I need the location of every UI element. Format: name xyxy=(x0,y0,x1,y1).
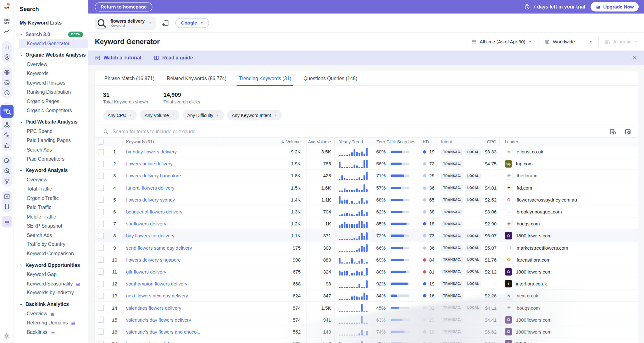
return-homepage-button[interactable]: Return to homepage xyxy=(95,2,153,11)
row-checkbox[interactable] xyxy=(97,245,104,251)
keyword-link[interactable]: flowers and wine delivery xyxy=(126,341,179,343)
sidebar-item-keywords-by-industry[interactable]: Keywords by Industry xyxy=(14,288,88,297)
row-checkbox[interactable] xyxy=(97,221,104,227)
column-header-leader[interactable]: Leader xyxy=(500,138,638,146)
column-header-trend[interactable]: Yearly Trend xyxy=(335,138,372,146)
sidebar-item-organic-traffic[interactable]: Organic Traffic xyxy=(14,194,88,203)
row-checkbox[interactable] xyxy=(97,173,104,179)
keyword-link[interactable]: birthday flowers delivery xyxy=(126,150,177,155)
keyword-link[interactable]: bouquet of flowers delivery xyxy=(126,209,182,214)
sidebar-item-paid-competitors[interactable]: Paid Competitors xyxy=(14,154,88,163)
tab-phrase-match[interactable]: Phrase Match (16,971) xyxy=(98,71,161,86)
keyword-link[interactable]: funeral flowers delivery xyxy=(126,185,175,191)
keyword-link[interactable]: flowers delivery sydney xyxy=(126,197,175,202)
sidebar-item-overview[interactable]: Overview xyxy=(14,309,88,318)
filter-chip-any-cpc[interactable]: Any CPC xyxy=(103,110,137,120)
row-checkbox[interactable] xyxy=(97,161,104,167)
search-engine-selector[interactable]: Google xyxy=(175,18,209,28)
sidebar-group-keyword-analysis[interactable]: Keyword Analysis xyxy=(14,166,88,175)
sidebar-group-organic-website-analysis[interactable]: Organic Website Analysis xyxy=(14,50,88,60)
keyword-link[interactable]: next flowers next day delivery xyxy=(126,293,188,298)
sidebar-item-paid-landing-pages[interactable]: Paid Landing Pages xyxy=(14,136,88,145)
region-selector[interactable]: Worldwide xyxy=(538,36,598,47)
column-header-zero_click[interactable]: Zero-Click Searches xyxy=(372,138,420,146)
sidebar-item-serp-snapshot[interactable]: SERP Snapshot xyxy=(14,221,88,230)
table-settings-icon[interactable] xyxy=(625,128,631,135)
trend-line-icon[interactable] xyxy=(3,28,10,35)
keyword-link[interactable]: flowers online delivery xyxy=(126,162,173,167)
globe-trend-icon[interactable] xyxy=(3,79,10,86)
keyword-link[interactable]: buy flowers for delivery xyxy=(126,233,175,238)
keyword-link[interactable]: sunflowers delivery xyxy=(126,221,166,226)
globe-icon[interactable] xyxy=(3,69,10,75)
sidebar-item-search-ads[interactable]: Search Ads xyxy=(14,230,88,240)
search-a-icon[interactable] xyxy=(3,168,10,174)
bar-chart-icon[interactable] xyxy=(3,43,10,50)
keyword-link[interactable]: valentine's day flowers delivery xyxy=(126,317,191,322)
row-checkbox[interactable] xyxy=(97,293,104,299)
filter-chip-any-volume[interactable]: Any Volume xyxy=(140,110,180,120)
sidebar-item-keyword-generator[interactable]: Keyword Generator xyxy=(19,39,88,48)
sidebar-item-ranking-distribution[interactable]: Ranking Distribution xyxy=(14,87,88,97)
export-icon[interactable] xyxy=(609,128,616,135)
grid-plus-icon[interactable] xyxy=(3,18,10,25)
sidebar-item-paid-traffic[interactable]: Paid Traffic xyxy=(14,203,88,212)
thumbs-up-icon[interactable] xyxy=(3,142,10,149)
sidebar-item-ppc-spend[interactable]: PPC Spend xyxy=(14,127,88,136)
sidebar-group-search-3-0[interactable]: Search 3.0BETA xyxy=(14,30,88,39)
sidebar-item-total-traffic[interactable]: Total Traffic xyxy=(14,184,88,193)
sidebar-item-search-ads[interactable]: Search Ads xyxy=(14,145,88,154)
row-checkbox[interactable] xyxy=(97,233,104,239)
keyword-link[interactable]: valentines flowers delivery xyxy=(126,305,181,310)
sidebar-item-my-keyword-lists[interactable]: My Keyword Lists xyxy=(14,18,88,27)
pie-chart-icon[interactable] xyxy=(3,90,10,96)
list-search-icon[interactable] xyxy=(0,105,14,118)
row-checkbox[interactable] xyxy=(97,317,104,323)
sidebar-item-keyword-gap[interactable]: Keyword Gap xyxy=(14,270,88,279)
read-guide-link[interactable]: Read a guide xyxy=(154,55,193,61)
sidebar-item-keyword-phrases[interactable]: Keyword Phrases xyxy=(14,78,88,87)
filter-chip-any-keyword-intent[interactable]: Any Keyword Intent xyxy=(227,110,282,120)
column-header-avg_volume[interactable]: Avg Volume xyxy=(307,138,335,146)
select-all-checkbox[interactable] xyxy=(98,139,103,144)
sidebar-item-overview[interactable]: Overview xyxy=(14,60,88,69)
app-logo[interactable] xyxy=(3,2,11,10)
crown-icon[interactable] xyxy=(3,219,10,225)
row-checkbox[interactable] xyxy=(97,329,104,335)
row-checkbox[interactable] xyxy=(97,269,104,275)
column-header-index[interactable] xyxy=(106,138,123,146)
column-header-kd[interactable]: KD xyxy=(420,138,440,146)
row-checkbox[interactable] xyxy=(97,197,104,203)
filter-chip-any-difficulty[interactable]: Any Difficulty xyxy=(183,110,224,120)
row-checkbox[interactable] xyxy=(97,281,104,287)
keyword-link[interactable]: southampton flowers delivery xyxy=(126,281,187,286)
tab-trending-keywords[interactable]: Trending Keywords (31) xyxy=(233,71,297,86)
traffic-selector[interactable]: All traffic xyxy=(598,36,644,47)
keyword-query-selector[interactable]: flowers delivery Keyword xyxy=(95,16,156,30)
tab-questions-queries[interactable]: Questions Queries (148) xyxy=(297,71,364,86)
network-icon[interactable] xyxy=(3,122,10,128)
row-checkbox[interactable] xyxy=(97,209,104,215)
tab-related-keywords[interactable]: Related Keywords (86,774) xyxy=(161,71,233,86)
cursor-click-icon[interactable] xyxy=(3,132,10,138)
column-header-volume[interactable]: Volume xyxy=(221,138,307,146)
funnel-icon[interactable] xyxy=(3,178,10,185)
report-icon[interactable] xyxy=(3,193,10,200)
watch-tutorial-link[interactable]: Watch a Tutorial xyxy=(95,55,142,61)
globe-edit-icon[interactable] xyxy=(3,157,10,164)
sidebar-group-paid-website-analysis[interactable]: Paid Website Analysis xyxy=(14,117,88,127)
keyword-link[interactable]: gift flowers delivery xyxy=(126,269,166,274)
column-header-select[interactable] xyxy=(95,138,107,146)
sidebar-item-organic-pages[interactable]: Organic Pages xyxy=(14,97,88,106)
column-header-cpc[interactable]: CPC xyxy=(475,138,500,146)
row-checkbox[interactable] xyxy=(97,257,104,263)
row-checkbox[interactable] xyxy=(97,185,104,191)
upgrade-now-button[interactable]: Upgrade Now xyxy=(591,2,639,12)
close-icon[interactable] xyxy=(632,55,637,61)
sidebar-group-backlink-analytics[interactable]: Backlink Analytics xyxy=(14,300,88,309)
settings-gear-icon[interactable] xyxy=(3,333,10,339)
row-checkbox[interactable] xyxy=(97,149,104,155)
row-checkbox[interactable] xyxy=(97,305,104,311)
column-header-keyword[interactable]: Keywords (31) xyxy=(123,138,221,146)
sidebar-item-organic-competitors[interactable]: Organic Competitors xyxy=(14,106,88,115)
